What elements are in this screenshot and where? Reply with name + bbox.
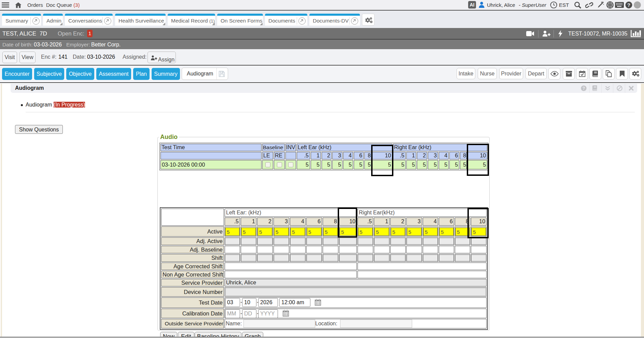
svg-text:?: ? — [627, 2, 630, 8]
svg-text:?: ? — [583, 86, 585, 91]
